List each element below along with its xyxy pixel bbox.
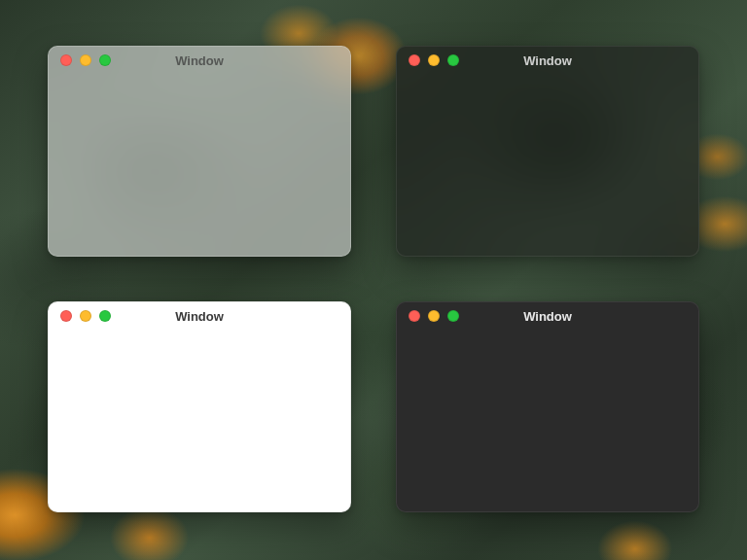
minimize-icon[interactable] bbox=[80, 310, 91, 322]
traffic-lights bbox=[397, 54, 459, 66]
close-icon[interactable] bbox=[60, 310, 72, 322]
zoom-icon[interactable] bbox=[447, 54, 459, 66]
window-solid-light[interactable]: Window bbox=[48, 301, 351, 512]
window-content bbox=[49, 74, 350, 256]
zoom-icon[interactable] bbox=[99, 310, 111, 322]
minimize-icon[interactable] bbox=[428, 310, 440, 322]
traffic-lights bbox=[49, 310, 111, 322]
traffic-lights bbox=[49, 54, 111, 66]
zoom-icon[interactable] bbox=[447, 310, 459, 322]
titlebar[interactable]: Window bbox=[397, 47, 698, 74]
titlebar[interactable]: Window bbox=[49, 302, 350, 330]
window-content bbox=[49, 330, 350, 511]
window-content bbox=[397, 74, 698, 256]
minimize-icon[interactable] bbox=[428, 54, 440, 66]
close-icon[interactable] bbox=[409, 310, 420, 322]
titlebar[interactable]: Window bbox=[397, 302, 698, 330]
window-solid-dark[interactable]: Window bbox=[396, 301, 699, 512]
close-icon[interactable] bbox=[409, 54, 420, 66]
titlebar[interactable]: Window bbox=[49, 47, 350, 74]
minimize-icon[interactable] bbox=[80, 54, 91, 66]
traffic-lights bbox=[397, 310, 459, 322]
window-content bbox=[397, 330, 698, 511]
window-translucent-light[interactable]: Window bbox=[48, 46, 351, 257]
window-translucent-dark[interactable]: Window bbox=[396, 46, 699, 257]
close-icon[interactable] bbox=[60, 54, 72, 66]
zoom-icon[interactable] bbox=[99, 54, 111, 66]
